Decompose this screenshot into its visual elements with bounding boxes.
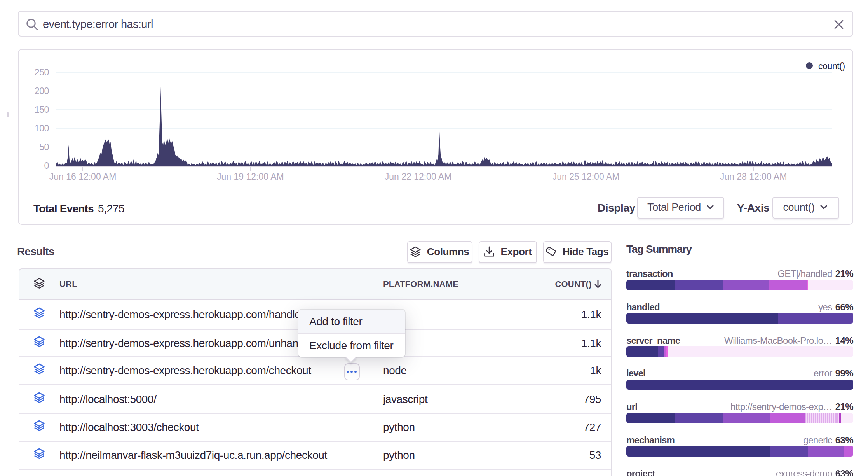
svg-text:100: 100 — [35, 123, 49, 133]
svg-text:200: 200 — [35, 86, 49, 96]
svg-text:Jun 22 12:00 AM: Jun 22 12:00 AM — [385, 172, 452, 182]
svg-text:50: 50 — [39, 142, 49, 152]
svg-text:Jun 16 12:00 AM: Jun 16 12:00 AM — [49, 172, 117, 182]
svg-text:Jun 28 12:00 AM: Jun 28 12:00 AM — [720, 172, 787, 182]
svg-text:0: 0 — [44, 161, 49, 171]
svg-text:Jun 19 12:00 AM: Jun 19 12:00 AM — [217, 172, 284, 182]
svg-text:150: 150 — [35, 105, 49, 115]
svg-text:250: 250 — [35, 67, 49, 77]
svg-text:Jun 25 12:00 AM: Jun 25 12:00 AM — [553, 172, 620, 182]
